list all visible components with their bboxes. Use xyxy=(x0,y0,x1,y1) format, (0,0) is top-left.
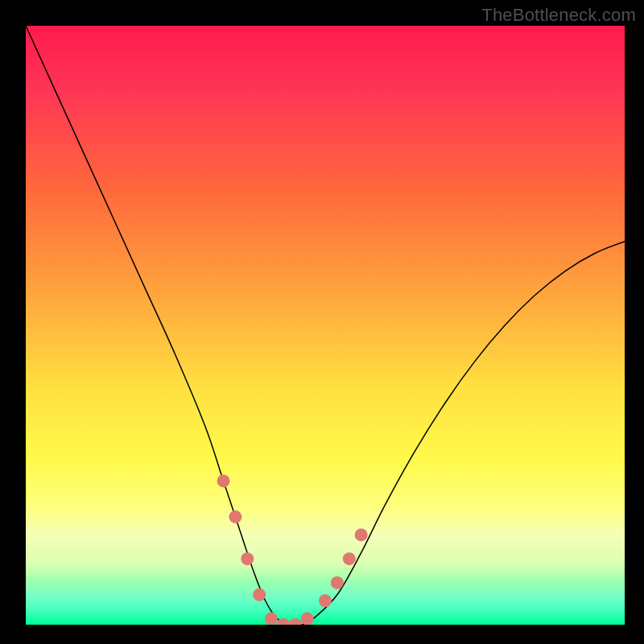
curve-marker xyxy=(229,510,242,523)
curve-marker xyxy=(289,618,302,625)
curve-marker xyxy=(301,613,314,625)
curve-marker xyxy=(331,576,344,589)
curve-marker xyxy=(265,613,278,625)
watermark-text: TheBottleneck.com xyxy=(481,5,636,26)
bottleneck-curve-svg xyxy=(26,26,625,625)
curve-marker xyxy=(277,618,290,625)
curve-marker xyxy=(355,528,368,541)
curve-marker xyxy=(241,552,254,565)
curve-markers xyxy=(217,474,368,625)
curve-marker xyxy=(343,552,356,565)
curve-marker xyxy=(253,588,266,601)
bottleneck-curve-path xyxy=(26,26,625,625)
curve-marker xyxy=(217,474,230,487)
curve-marker xyxy=(319,594,332,607)
chart-plot-area xyxy=(26,26,625,625)
